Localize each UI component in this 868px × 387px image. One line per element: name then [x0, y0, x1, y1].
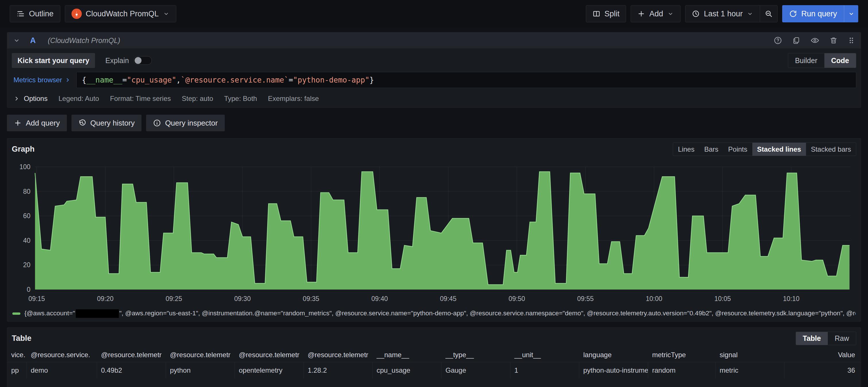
query-history-button[interactable]: Query history	[71, 115, 142, 131]
clock-icon	[692, 10, 700, 18]
collapse-chevron-icon[interactable]	[13, 37, 20, 44]
outline-button[interactable]: Outline	[10, 5, 60, 22]
add-label: Add	[649, 9, 663, 19]
zoom-out-time-button[interactable]	[760, 5, 778, 22]
run-query-dropdown[interactable]	[844, 5, 858, 22]
graph-style-option[interactable]: Stacked bars	[806, 143, 856, 156]
table-view-option[interactable]: Table	[796, 332, 828, 345]
table-panel: Table TableRaw vice.@resource.service.@r…	[7, 327, 861, 387]
query-editor-panel: A (CloudWatch PromQL) Kick start your qu…	[7, 32, 861, 108]
table-header-row: vice.@resource.service.@resource.telemet…	[7, 347, 861, 362]
table-view-option[interactable]: Raw	[828, 332, 856, 345]
svg-text:10:00: 10:00	[646, 295, 662, 303]
table-column-header[interactable]: vice.	[7, 351, 27, 359]
add-query-label: Add query	[26, 119, 60, 128]
explain-control: Explain	[105, 56, 152, 65]
table-cell: 1	[510, 362, 579, 378]
chevron-down-icon	[667, 10, 674, 17]
svg-text:09:35: 09:35	[303, 295, 319, 303]
chevron-down-icon	[163, 10, 169, 17]
editor-mode-option[interactable]: Builder	[788, 53, 825, 68]
top-navigation: Outline CloudWatch PromQL Split Add	[0, 0, 868, 28]
query-input-row: Metrics browser {__name__="cpu_usage", `…	[12, 72, 856, 88]
graph-style-option[interactable]: Bars	[699, 143, 723, 156]
table-column-header[interactable]: @resource.telemetr	[235, 351, 304, 359]
explain-toggle[interactable]	[133, 56, 152, 65]
svg-text:80: 80	[23, 188, 30, 195]
time-range-label: Last 1 hour	[704, 9, 743, 19]
svg-text:09:45: 09:45	[440, 295, 457, 303]
info-icon	[153, 119, 161, 127]
table-column-header[interactable]: language	[579, 351, 648, 359]
metrics-browser-link[interactable]: Metrics browser	[12, 72, 76, 88]
time-range-button[interactable]: Last 1 hour	[685, 5, 760, 22]
table-view-toggle: TableRaw	[796, 332, 856, 345]
editor-mode-option[interactable]: Code	[825, 53, 856, 68]
outline-label: Outline	[29, 9, 54, 19]
help-icon[interactable]	[774, 36, 782, 45]
table-column-header[interactable]: signal	[716, 351, 784, 359]
drag-handle-icon[interactable]	[848, 36, 855, 45]
metrics-browser-label: Metrics browser	[13, 76, 62, 84]
table-cell: demo	[27, 362, 97, 378]
query-token: ,	[176, 76, 181, 84]
add-button[interactable]: Add	[631, 5, 681, 22]
svg-text:0: 0	[27, 286, 30, 293]
svg-text:100: 100	[20, 163, 30, 171]
table-column-header[interactable]: @resource.telemetr	[97, 351, 166, 359]
query-row-header[interactable]: A (CloudWatch PromQL)	[7, 32, 861, 48]
toggle-visibility-icon[interactable]	[810, 36, 819, 45]
datasource-label: CloudWatch PromQL	[86, 9, 159, 19]
option-meta: Type: Both	[224, 95, 257, 103]
table-column-header[interactable]: @resource.service.	[27, 351, 97, 359]
split-icon	[592, 10, 600, 18]
table-column-header[interactable]: @resource.telemetr	[166, 351, 235, 359]
toggle-knob	[135, 57, 142, 64]
graph-legend[interactable]: {@aws.account="", @aws.region="us-east-1…	[7, 309, 861, 321]
svg-text:09:40: 09:40	[371, 295, 388, 303]
svg-text:09:15: 09:15	[28, 295, 45, 303]
svg-text:09:55: 09:55	[577, 295, 594, 303]
table-row[interactable]: ppdemo0.49b2pythonopentelemetry1.28.2cpu…	[7, 362, 861, 378]
zoom-out-icon	[765, 10, 773, 18]
query-body: Kick start your query Explain BuilderCod…	[7, 48, 861, 107]
svg-text:20: 20	[23, 261, 30, 269]
table-cell: 1.28.2	[304, 362, 373, 378]
table-column-header[interactable]: __type__	[441, 351, 510, 359]
table-column-header[interactable]: __unit__	[510, 351, 579, 359]
query-token: =	[122, 76, 127, 84]
options-disclosure[interactable]: Options	[13, 95, 48, 103]
options-summary: Legend: AutoFormat: Time seriesStep: aut…	[59, 95, 319, 103]
table-column-header[interactable]: metricType	[648, 351, 716, 359]
graph-style-option[interactable]: Points	[723, 143, 752, 156]
table-cell: pp	[7, 362, 27, 378]
kick-start-query-button[interactable]: Kick start your query	[12, 53, 95, 68]
chart-container: 02040608010009:1509:2009:2509:3009:3509:…	[7, 158, 861, 309]
plus-icon	[637, 10, 645, 18]
query-history-label: Query history	[90, 119, 135, 128]
run-query-main[interactable]: Run query	[782, 5, 844, 22]
table-cell: metric	[716, 362, 784, 378]
redacted-account-id	[76, 309, 119, 318]
datasource-picker[interactable]: CloudWatch PromQL	[65, 5, 176, 22]
table-column-header[interactable]: @resource.telemetr	[304, 351, 373, 359]
table-column-header[interactable]: __name__	[373, 351, 441, 359]
option-meta: Format: Time series	[110, 95, 171, 103]
chevron-down-icon	[747, 10, 753, 17]
table-column-header[interactable]: Value	[784, 351, 861, 359]
option-meta: Exemplars: false	[268, 95, 319, 103]
add-query-button[interactable]: Add query	[7, 115, 67, 131]
run-query-button[interactable]: Run query	[782, 5, 858, 22]
query-inspector-button[interactable]: Query inspector	[146, 115, 225, 131]
svg-text:09:20: 09:20	[97, 295, 114, 303]
graph-style-option[interactable]: Lines	[673, 143, 699, 156]
split-button[interactable]: Split	[586, 5, 626, 22]
svg-text:10:10: 10:10	[783, 295, 800, 303]
graph-style-option[interactable]: Stacked lines	[752, 143, 806, 156]
query-token: {	[82, 76, 86, 84]
promql-expression-input[interactable]: {__name__="cpu_usage", `@resource.servic…	[76, 72, 856, 88]
svg-text:40: 40	[23, 237, 30, 244]
duplicate-query-icon[interactable]	[792, 36, 801, 45]
delete-query-icon[interactable]	[829, 36, 838, 45]
time-series-chart[interactable]: 02040608010009:1509:2009:2509:3009:3509:…	[10, 158, 858, 309]
